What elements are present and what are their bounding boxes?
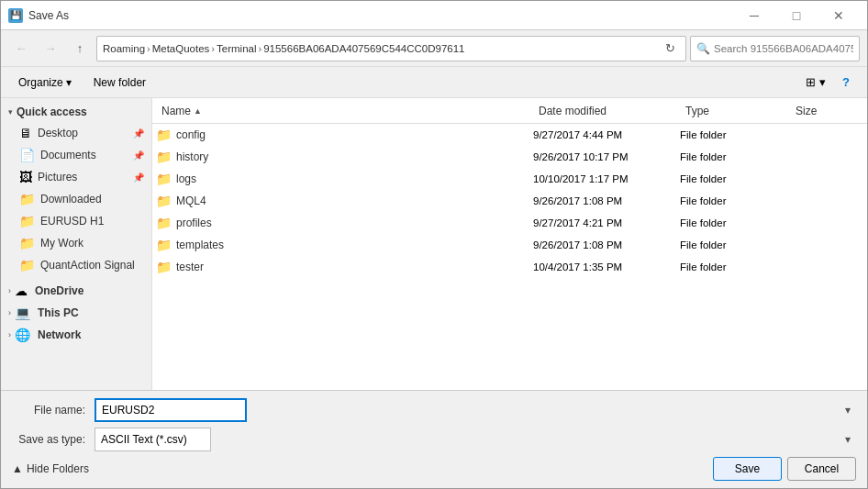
view-options-button[interactable]: ⊞ ▾ xyxy=(803,71,829,94)
file-cell-date: 9/27/2017 4:21 PM xyxy=(533,217,680,228)
title-bar-left: 💾 Save As xyxy=(8,8,69,23)
folder-icon: 📁 xyxy=(19,258,35,272)
sidebar-section-quick-access[interactable]: ▾ Quick access xyxy=(1,102,151,122)
sidebar-section-onedrive[interactable]: › ☁ OneDrive xyxy=(1,280,151,302)
main-content: ▾ Quick access 🖥 Desktop 📌 📄 Documents 📌… xyxy=(1,98,867,390)
file-name-text: templates xyxy=(176,239,224,251)
file-list-area: Name ▲ Date modified Type Size 📁 config xyxy=(152,98,867,390)
file-cell-date: 9/27/2017 4:44 PM xyxy=(533,129,680,140)
sidebar-item-label: Pictures xyxy=(38,171,128,183)
chevron-up-icon: ▲ xyxy=(12,462,23,475)
new-folder-button[interactable]: New folder xyxy=(85,71,154,94)
search-box[interactable]: 🔍 xyxy=(690,36,860,61)
table-row[interactable]: 📁 config 9/27/2017 4:44 PM File folder xyxy=(152,124,867,146)
folder-icon: 📁 xyxy=(156,194,172,208)
table-row[interactable]: 📁 history 9/26/2017 10:17 PM File folder xyxy=(152,146,867,168)
folder-icon: 📁 xyxy=(19,236,35,250)
sidebar-item-my-work[interactable]: 📁 My Work xyxy=(1,232,151,254)
save-as-dialog: 💾 Save As ─ □ ✕ ← → ↑ Roaming › MetaQuot… xyxy=(0,0,868,489)
organize-button[interactable]: Organize ▾ xyxy=(10,71,80,94)
file-list-body: 📁 config 9/27/2017 4:44 PM File folder 📁… xyxy=(152,124,867,390)
cancel-button[interactable]: Cancel xyxy=(787,457,856,481)
column-header-name[interactable]: Name ▲ xyxy=(156,98,533,123)
folder-icon: 📁 xyxy=(156,260,172,274)
folder-icon: 📁 xyxy=(156,172,172,186)
table-row[interactable]: 📁 tester 10/4/2017 1:35 PM File folder xyxy=(152,256,867,278)
sidebar-section-this-pc[interactable]: › 💻 This PC xyxy=(1,302,151,324)
refresh-button[interactable]: ↻ xyxy=(660,39,680,59)
sidebar-item-downloaded[interactable]: 📁 Downloaded xyxy=(1,188,151,210)
file-cell-date: 9/26/2017 1:08 PM xyxy=(533,195,680,206)
file-cell-type: File folder xyxy=(680,239,790,250)
save-button[interactable]: Save xyxy=(713,457,782,481)
file-cell-date: 9/26/2017 1:08 PM xyxy=(533,239,680,250)
save-label: Save xyxy=(735,462,760,475)
file-name-label: File name: xyxy=(12,404,95,417)
file-cell-name: 📁 tester xyxy=(156,260,533,274)
breadcrumb: Roaming › MetaQuotes › Terminal › 915566… xyxy=(103,43,656,54)
sidebar-item-label: EURUSD H1 xyxy=(40,215,144,228)
bottom-bar: File name: Save as type: ASCII Text (*.c… xyxy=(1,390,867,488)
breadcrumb-terminal[interactable]: Terminal xyxy=(217,43,256,54)
folder-icon: 📁 xyxy=(19,214,35,228)
file-cell-type: File folder xyxy=(680,261,790,272)
sidebar-item-quantaction-signal[interactable]: 📁 QuantAction Signal xyxy=(1,254,151,276)
table-row[interactable]: 📁 logs 10/10/2017 1:17 PM File folder xyxy=(152,168,867,190)
file-cell-name: 📁 templates xyxy=(156,238,533,252)
help-button[interactable]: ? xyxy=(834,71,858,94)
file-cell-date: 10/4/2017 1:35 PM xyxy=(533,261,680,272)
up-button[interactable]: ↑ xyxy=(67,36,93,61)
table-row[interactable]: 📁 templates 9/26/2017 1:08 PM File folde… xyxy=(152,234,867,256)
sidebar-item-label: Documents xyxy=(40,149,128,161)
pin-icon: 📌 xyxy=(133,128,144,139)
sidebar-item-eurusd-h1[interactable]: 📁 EURUSD H1 xyxy=(1,210,151,232)
breadcrumb-folder[interactable]: 915566BA06ADA407569C544CC0D97611 xyxy=(263,43,464,54)
quick-access-label: Quick access xyxy=(17,106,87,118)
column-header-size[interactable]: Size xyxy=(790,98,863,123)
maximize-button[interactable]: □ xyxy=(775,1,818,30)
navigation-toolbar: ← → ↑ Roaming › MetaQuotes › Terminal › … xyxy=(1,30,867,67)
file-cell-date: 10/10/2017 1:17 PM xyxy=(533,173,680,184)
sidebar-item-pictures[interactable]: 🖼 Pictures 📌 xyxy=(1,166,151,188)
breadcrumb-metaquotes[interactable]: MetaQuotes xyxy=(152,43,210,54)
file-list-header: Name ▲ Date modified Type Size xyxy=(152,98,867,124)
table-row[interactable]: 📁 profiles 9/27/2017 4:21 PM File folder xyxy=(152,212,867,234)
onedrive-icon: ☁ xyxy=(15,283,28,298)
address-bar[interactable]: Roaming › MetaQuotes › Terminal › 915566… xyxy=(96,36,686,61)
save-as-type-select[interactable]: ASCII Text (*.csv) xyxy=(95,428,211,451)
sidebar-item-documents[interactable]: 📄 Documents 📌 xyxy=(1,144,151,166)
search-input[interactable] xyxy=(714,43,853,54)
chevron-right-icon: › xyxy=(8,330,11,339)
save-as-type-wrapper: ASCII Text (*.csv) xyxy=(95,428,856,451)
hide-folders-label: Hide Folders xyxy=(27,462,89,475)
column-header-type[interactable]: Type xyxy=(680,98,790,123)
chevron-down-icon: ▾ xyxy=(8,107,13,117)
file-cell-date: 9/26/2017 10:17 PM xyxy=(533,151,680,162)
close-button[interactable]: ✕ xyxy=(818,1,860,30)
breadcrumb-roaming[interactable]: Roaming xyxy=(103,43,145,54)
title-bar-buttons: ─ □ ✕ xyxy=(733,1,860,30)
sidebar-item-label: Downloaded xyxy=(40,193,144,206)
file-cell-name: 📁 logs xyxy=(156,172,533,186)
minimize-button[interactable]: ─ xyxy=(733,1,775,30)
sidebar-item-label: QuantAction Signal xyxy=(40,259,144,272)
sidebar-item-desktop[interactable]: 🖥 Desktop 📌 xyxy=(1,122,151,144)
folder-icon: 📁 xyxy=(156,150,172,164)
file-name-wrapper xyxy=(95,398,856,422)
pin-icon: 📌 xyxy=(133,172,144,183)
hide-folders-button[interactable]: ▲ Hide Folders xyxy=(12,457,89,481)
sidebar-section-network[interactable]: › 🌐 Network xyxy=(1,324,151,346)
sidebar-item-label: Desktop xyxy=(38,127,128,139)
file-cell-type: File folder xyxy=(680,173,790,184)
file-name-input[interactable] xyxy=(95,398,247,422)
forward-button[interactable]: → xyxy=(38,36,63,61)
column-header-date[interactable]: Date modified xyxy=(533,98,680,123)
actions-row: ▲ Hide Folders Save Cancel xyxy=(12,457,856,481)
file-name-row: File name: xyxy=(12,398,856,422)
table-row[interactable]: 📁 MQL4 9/26/2017 1:08 PM File folder xyxy=(152,190,867,212)
file-name-text: tester xyxy=(176,261,204,273)
back-button[interactable]: ← xyxy=(8,36,34,61)
desktop-icon: 🖥 xyxy=(19,126,32,140)
save-as-type-row: Save as type: ASCII Text (*.csv) xyxy=(12,428,856,451)
organize-chevron: ▾ xyxy=(66,76,72,89)
